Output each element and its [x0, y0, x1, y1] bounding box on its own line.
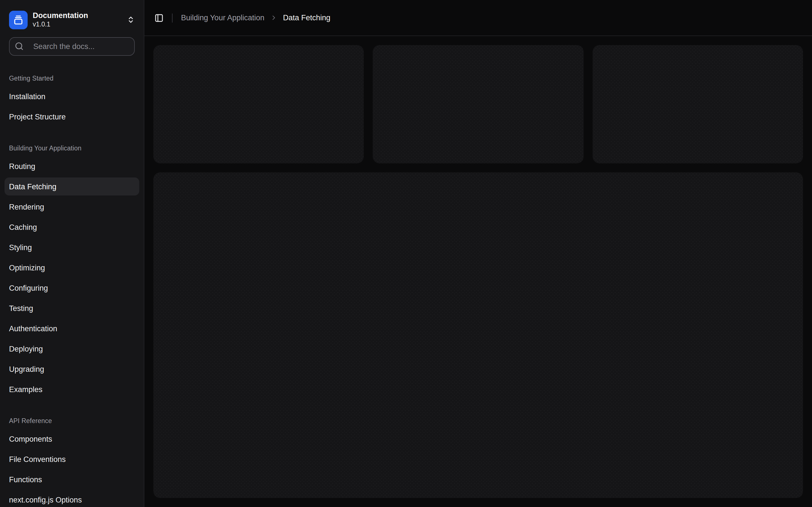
placeholder-card-large — [153, 172, 803, 498]
sidebar-item-examples[interactable]: Examples — [4, 380, 139, 398]
breadcrumb-parent-link[interactable]: Building Your Application — [181, 13, 264, 22]
chevron-right-icon — [270, 14, 277, 21]
sidebar-item-styling[interactable]: Styling — [4, 238, 139, 256]
sidebar-item-authentication[interactable]: Authentication — [4, 320, 139, 337]
sidebar-menu: InstallationProject Structure — [4, 87, 139, 126]
gallery-vertical-end-icon — [9, 10, 28, 29]
brand-text: Documentation v1.0.1 — [33, 11, 88, 29]
sidebar-item-rendering[interactable]: Rendering — [4, 198, 139, 216]
chevrons-up-down-icon — [127, 16, 135, 24]
sidebar-item-functions[interactable]: Functions — [4, 470, 139, 489]
sidebar-item-routing[interactable]: Routing — [4, 157, 139, 175]
sidebar-toggle-button[interactable] — [151, 10, 167, 25]
sidebar-nav: Getting StartedInstallationProject Struc… — [0, 56, 144, 507]
sidebar-item-caching[interactable]: Caching — [4, 218, 139, 236]
sidebar-item-installation[interactable]: Installation — [4, 87, 139, 105]
brand-title: Documentation — [33, 11, 88, 20]
sidebar-item-configuring[interactable]: Configuring — [4, 279, 139, 297]
sidebar-item-testing[interactable]: Testing — [4, 299, 139, 317]
sidebar-group-label: Getting Started — [4, 71, 139, 85]
sidebar-group-label: API Reference — [4, 414, 139, 428]
breadcrumb: Building Your Application Data Fetching — [181, 13, 331, 22]
sidebar-item-data-fetching[interactable]: Data Fetching — [4, 177, 139, 195]
panel-left-icon — [154, 13, 163, 22]
topbar: Building Your Application Data Fetching — [144, 0, 812, 36]
sidebar-group-building-your-application: Building Your ApplicationRoutingData Fet… — [4, 142, 139, 398]
sidebar: Documentation v1.0.1 Getting StartedInst… — [0, 0, 144, 507]
breadcrumb-current: Data Fetching — [283, 13, 331, 22]
sidebar-item-components[interactable]: Components — [4, 430, 139, 448]
sidebar-menu: RoutingData FetchingRenderingCachingStyl… — [4, 157, 139, 398]
placeholder-card — [153, 45, 364, 163]
sidebar-item-upgrading[interactable]: Upgrading — [4, 360, 139, 378]
topbar-separator — [172, 13, 172, 22]
brand-version: v1.0.1 — [33, 20, 88, 29]
sidebar-item-deploying[interactable]: Deploying — [4, 340, 139, 358]
search-input[interactable] — [9, 37, 135, 56]
sidebar-item-optimizing[interactable]: Optimizing — [4, 259, 139, 277]
placeholder-card-grid — [153, 45, 803, 163]
app-root: Documentation v1.0.1 Getting StartedInst… — [0, 0, 812, 507]
sidebar-item-file-conventions[interactable]: File Conventions — [4, 450, 139, 468]
sidebar-item-next-config-js-options[interactable]: next.config.js Options — [4, 491, 139, 507]
placeholder-card — [592, 45, 803, 163]
sidebar-menu: ComponentsFile ConventionsFunctionsnext.… — [4, 430, 139, 507]
sidebar-group-label: Building Your Application — [4, 142, 139, 155]
workspace-switcher[interactable]: Documentation v1.0.1 — [9, 10, 135, 29]
placeholder-card — [373, 45, 583, 163]
page-content — [144, 36, 812, 507]
main-area: Building Your Application Data Fetching — [144, 0, 812, 507]
search-container — [9, 37, 135, 56]
sidebar-item-project-structure[interactable]: Project Structure — [4, 108, 139, 126]
sidebar-group-getting-started: Getting StartedInstallationProject Struc… — [4, 71, 139, 126]
sidebar-group-api-reference: API ReferenceComponentsFile ConventionsF… — [4, 414, 139, 507]
